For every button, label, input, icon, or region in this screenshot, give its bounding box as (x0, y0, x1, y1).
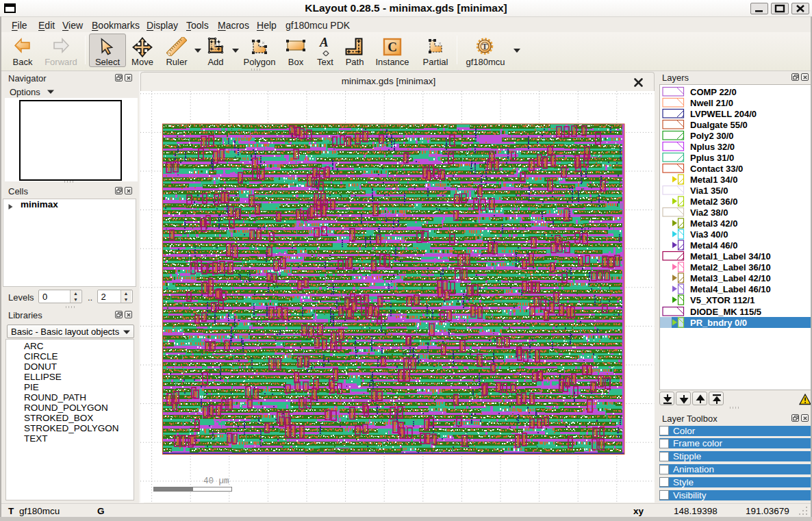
svg-text:C: C (388, 40, 397, 54)
svg-text:40 µm: 40 µm (203, 476, 229, 486)
svg-text:T: T (482, 42, 487, 51)
